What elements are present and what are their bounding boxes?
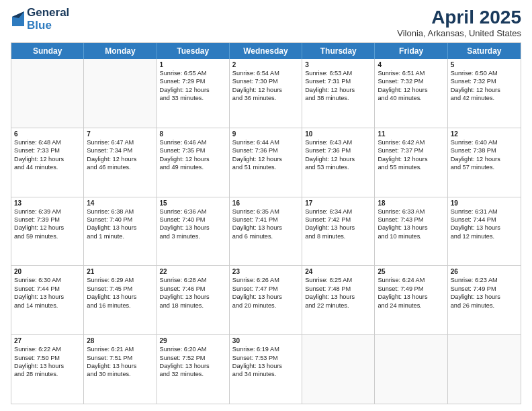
calendar-cell: [11, 59, 84, 128]
calendar-cell: 11Sunrise: 6:42 AM Sunset: 7:37 PM Dayli…: [375, 128, 447, 197]
day-number: 6: [14, 130, 81, 138]
month-title: April 2025: [397, 7, 521, 28]
calendar-cell: 29Sunrise: 6:20 AM Sunset: 7:52 PM Dayli…: [157, 335, 230, 404]
day-info: Sunrise: 6:47 AM Sunset: 7:34 PM Dayligh…: [87, 138, 153, 172]
day-info: Sunrise: 6:35 AM Sunset: 7:41 PM Dayligh…: [232, 208, 299, 241]
logo-general-text: General: [27, 7, 69, 19]
logo-blue-text: Blue: [27, 19, 69, 32]
header-friday: Friday: [375, 43, 447, 59]
day-number: 2: [232, 61, 299, 68]
calendar-cell: 6Sunrise: 6:48 AM Sunset: 7:33 PM Daylig…: [11, 128, 84, 197]
day-info: Sunrise: 6:50 AM Sunset: 7:32 PM Dayligh…: [451, 69, 518, 103]
calendar-cell: 13Sunrise: 6:39 AM Sunset: 7:39 PM Dayli…: [11, 197, 84, 266]
day-number: 19: [451, 199, 518, 207]
day-info: Sunrise: 6:53 AM Sunset: 7:31 PM Dayligh…: [305, 69, 371, 103]
calendar-cell: 17Sunrise: 6:34 AM Sunset: 7:42 PM Dayli…: [302, 197, 375, 266]
calendar-cell: 15Sunrise: 6:36 AM Sunset: 7:40 PM Dayli…: [157, 197, 230, 266]
day-number: 22: [160, 268, 226, 275]
day-number: 30: [232, 337, 299, 345]
calendar-cell: 4Sunrise: 6:51 AM Sunset: 7:32 PM Daylig…: [375, 59, 447, 128]
day-info: Sunrise: 6:38 AM Sunset: 7:40 PM Dayligh…: [87, 208, 153, 241]
header-sunday: Sunday: [11, 43, 84, 59]
calendar-week-1: 1Sunrise: 6:55 AM Sunset: 7:29 PM Daylig…: [11, 59, 521, 128]
day-info: Sunrise: 6:20 AM Sunset: 7:52 PM Dayligh…: [160, 345, 226, 379]
day-info: Sunrise: 6:55 AM Sunset: 7:29 PM Dayligh…: [160, 69, 226, 103]
day-info: Sunrise: 6:23 AM Sunset: 7:49 PM Dayligh…: [451, 276, 518, 310]
day-info: Sunrise: 6:19 AM Sunset: 7:53 PM Dayligh…: [232, 345, 299, 379]
day-info: Sunrise: 6:31 AM Sunset: 7:44 PM Dayligh…: [451, 208, 518, 241]
day-number: 16: [232, 199, 299, 207]
day-number: 29: [160, 337, 226, 345]
day-number: 17: [305, 199, 371, 207]
header-monday: Monday: [84, 43, 157, 59]
calendar-week-2: 6Sunrise: 6:48 AM Sunset: 7:33 PM Daylig…: [11, 128, 521, 197]
day-number: 18: [378, 199, 444, 207]
calendar-cell: 8Sunrise: 6:46 AM Sunset: 7:35 PM Daylig…: [157, 128, 230, 197]
day-info: Sunrise: 6:44 AM Sunset: 7:36 PM Dayligh…: [232, 138, 299, 172]
logo-text: General Blue: [27, 7, 69, 32]
day-number: 23: [232, 268, 299, 275]
day-number: 13: [14, 199, 81, 207]
day-number: 20: [14, 268, 81, 275]
day-info: Sunrise: 6:22 AM Sunset: 7:50 PM Dayligh…: [14, 345, 81, 379]
calendar-cell: [448, 335, 521, 404]
day-info: Sunrise: 6:46 AM Sunset: 7:35 PM Dayligh…: [160, 138, 226, 172]
header-saturday: Saturday: [448, 43, 521, 59]
calendar-cell: 7Sunrise: 6:47 AM Sunset: 7:34 PM Daylig…: [84, 128, 157, 197]
calendar-week-4: 20Sunrise: 6:30 AM Sunset: 7:44 PM Dayli…: [11, 266, 521, 335]
calendar-cell: 3Sunrise: 6:53 AM Sunset: 7:31 PM Daylig…: [302, 59, 375, 128]
header: General Blue April 2025 Vilonia, Arkansa…: [11, 7, 521, 38]
header-thursday: Thursday: [302, 43, 375, 59]
day-info: Sunrise: 6:34 AM Sunset: 7:42 PM Dayligh…: [305, 208, 371, 241]
day-info: Sunrise: 6:28 AM Sunset: 7:46 PM Dayligh…: [160, 276, 226, 310]
day-info: Sunrise: 6:29 AM Sunset: 7:45 PM Dayligh…: [87, 276, 153, 310]
calendar-cell: [375, 335, 447, 404]
day-number: 9: [232, 130, 299, 138]
calendar-cell: 9Sunrise: 6:44 AM Sunset: 7:36 PM Daylig…: [230, 128, 302, 197]
day-info: Sunrise: 6:54 AM Sunset: 7:30 PM Dayligh…: [232, 69, 299, 103]
logo: General Blue: [11, 7, 69, 32]
calendar-cell: 12Sunrise: 6:40 AM Sunset: 7:38 PM Dayli…: [448, 128, 521, 197]
day-number: 7: [87, 130, 153, 138]
calendar: Sunday Monday Tuesday Wednesday Thursday…: [11, 42, 521, 404]
day-info: Sunrise: 6:39 AM Sunset: 7:39 PM Dayligh…: [14, 208, 81, 241]
day-number: 4: [378, 61, 444, 68]
day-number: 10: [305, 130, 371, 138]
day-number: 25: [378, 268, 444, 275]
calendar-cell: 20Sunrise: 6:30 AM Sunset: 7:44 PM Dayli…: [11, 266, 84, 334]
day-number: 11: [378, 130, 444, 138]
day-number: 14: [87, 199, 153, 207]
calendar-cell: 27Sunrise: 6:22 AM Sunset: 7:50 PM Dayli…: [11, 335, 84, 404]
logo-icon: [12, 11, 24, 26]
day-info: Sunrise: 6:30 AM Sunset: 7:44 PM Dayligh…: [14, 276, 81, 310]
location: Vilonia, Arkansas, United States: [397, 28, 521, 38]
day-number: 12: [451, 130, 518, 138]
page: General Blue April 2025 Vilonia, Arkansa…: [0, 0, 532, 411]
calendar-cell: 26Sunrise: 6:23 AM Sunset: 7:49 PM Dayli…: [448, 266, 521, 334]
calendar-cell: [84, 59, 157, 128]
calendar-cell: 25Sunrise: 6:24 AM Sunset: 7:49 PM Dayli…: [375, 266, 447, 334]
calendar-week-5: 27Sunrise: 6:22 AM Sunset: 7:50 PM Dayli…: [11, 335, 521, 404]
calendar-cell: 21Sunrise: 6:29 AM Sunset: 7:45 PM Dayli…: [84, 266, 157, 334]
day-info: Sunrise: 6:48 AM Sunset: 7:33 PM Dayligh…: [14, 138, 81, 172]
day-number: 1: [160, 61, 226, 68]
title-section: April 2025 Vilonia, Arkansas, United Sta…: [397, 7, 521, 38]
calendar-cell: 5Sunrise: 6:50 AM Sunset: 7:32 PM Daylig…: [448, 59, 521, 128]
calendar-cell: 2Sunrise: 6:54 AM Sunset: 7:30 PM Daylig…: [230, 59, 302, 128]
calendar-week-3: 13Sunrise: 6:39 AM Sunset: 7:39 PM Dayli…: [11, 197, 521, 267]
day-number: 28: [87, 337, 153, 345]
calendar-cell: 22Sunrise: 6:28 AM Sunset: 7:46 PM Dayli…: [157, 266, 230, 334]
day-info: Sunrise: 6:42 AM Sunset: 7:37 PM Dayligh…: [378, 138, 444, 172]
calendar-cell: 14Sunrise: 6:38 AM Sunset: 7:40 PM Dayli…: [84, 197, 157, 266]
calendar-body: 1Sunrise: 6:55 AM Sunset: 7:29 PM Daylig…: [11, 59, 521, 404]
day-info: Sunrise: 6:51 AM Sunset: 7:32 PM Dayligh…: [378, 69, 444, 103]
calendar-cell: 19Sunrise: 6:31 AM Sunset: 7:44 PM Dayli…: [448, 197, 521, 266]
day-info: Sunrise: 6:24 AM Sunset: 7:49 PM Dayligh…: [378, 276, 444, 310]
day-info: Sunrise: 6:43 AM Sunset: 7:36 PM Dayligh…: [305, 138, 371, 172]
day-info: Sunrise: 6:36 AM Sunset: 7:40 PM Dayligh…: [160, 208, 226, 241]
calendar-cell: 1Sunrise: 6:55 AM Sunset: 7:29 PM Daylig…: [157, 59, 230, 128]
calendar-cell: 24Sunrise: 6:25 AM Sunset: 7:48 PM Dayli…: [302, 266, 375, 334]
calendar-cell: 18Sunrise: 6:33 AM Sunset: 7:43 PM Dayli…: [375, 197, 447, 266]
header-tuesday: Tuesday: [157, 43, 230, 59]
calendar-cell: 30Sunrise: 6:19 AM Sunset: 7:53 PM Dayli…: [230, 335, 302, 404]
